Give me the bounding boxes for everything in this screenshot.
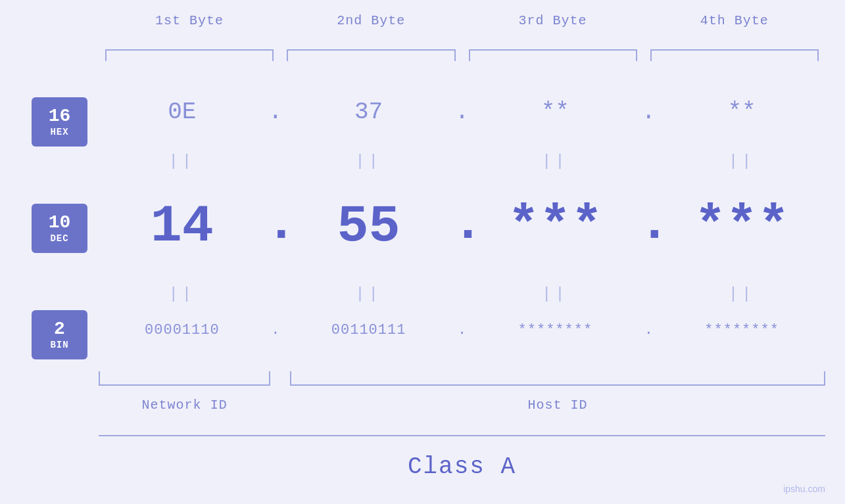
- network-bracket: [99, 371, 270, 386]
- dec-badge-number: 10: [49, 213, 71, 233]
- bin-row: 00001110 . 00110111 . ******** . *******…: [99, 322, 825, 338]
- watermark: ipshu.com: [783, 484, 825, 494]
- bracket-2: [287, 49, 455, 61]
- hex-val-1: 0E: [99, 99, 266, 126]
- col-header-3: 3rd Byte: [462, 13, 644, 28]
- hex-dot-2: .: [452, 99, 472, 126]
- eq-1-3: ||: [472, 152, 639, 170]
- column-headers: 1st Byte 2nd Byte 3rd Byte 4th Byte: [99, 13, 825, 28]
- bracket-4: [650, 49, 819, 61]
- hex-badge-label: HEX: [50, 127, 68, 137]
- dec-val-4: ***: [658, 196, 825, 256]
- eq-2-2: ||: [285, 285, 452, 303]
- hex-badge: 16 HEX: [32, 97, 87, 147]
- dec-val-1: 14: [99, 196, 266, 256]
- id-labels-area: Network ID Host ID: [99, 398, 825, 424]
- dec-dot-3: .: [639, 194, 658, 259]
- dec-badge-label: DEC: [50, 233, 68, 244]
- bin-badge: 2 BIN: [32, 310, 87, 359]
- hex-val-2: 37: [285, 99, 452, 126]
- hex-dot-1: .: [266, 99, 285, 126]
- bin-val-4: ********: [658, 322, 825, 338]
- bottom-bracket-area: [99, 371, 825, 386]
- equals-row-2: || || || ||: [99, 285, 825, 303]
- top-brackets: [99, 49, 825, 61]
- main-container: 16 HEX 10 DEC 2 BIN 1st Byte 2nd Byte 3r…: [0, 0, 845, 504]
- eq-1-1: ||: [99, 152, 266, 170]
- hex-val-3: **: [472, 99, 639, 126]
- class-label: Class A: [99, 453, 825, 480]
- dec-dot-1: .: [266, 194, 285, 259]
- bracket-3: [469, 49, 637, 61]
- eq-2-4: ||: [658, 285, 825, 303]
- eq-1-2: ||: [285, 152, 452, 170]
- dec-dot-2: .: [452, 194, 472, 259]
- network-id-label: Network ID: [99, 398, 270, 413]
- bin-val-2: 00110111: [285, 322, 452, 338]
- dec-val-3: ***: [472, 196, 639, 256]
- eq-1-4: ||: [658, 152, 825, 170]
- bin-dot-1: .: [266, 322, 285, 338]
- bin-val-1: 00001110: [99, 322, 266, 338]
- col-header-2: 2nd Byte: [280, 13, 462, 28]
- col-header-1: 1st Byte: [99, 13, 280, 28]
- hex-dot-3: .: [639, 99, 658, 126]
- equals-row-1: || || || ||: [99, 152, 825, 170]
- eq-2-3: ||: [472, 285, 639, 303]
- hex-row: 0E . 37 . ** . **: [99, 99, 825, 126]
- bin-dot-3: .: [639, 322, 658, 338]
- dec-badge: 10 DEC: [32, 204, 87, 253]
- bin-badge-number: 2: [54, 319, 65, 340]
- hex-val-4: **: [658, 99, 825, 126]
- dec-row: 14 . 55 . *** . ***: [99, 194, 825, 259]
- host-bracket: [290, 371, 825, 386]
- full-bottom-line: [99, 435, 825, 436]
- host-id-label: Host ID: [290, 398, 825, 413]
- dec-val-2: 55: [285, 196, 452, 256]
- hex-badge-number: 16: [49, 106, 71, 127]
- bin-val-3: ********: [472, 322, 639, 338]
- col-header-4: 4th Byte: [644, 13, 825, 28]
- bracket-1: [105, 49, 274, 61]
- eq-2-1: ||: [99, 285, 266, 303]
- bin-dot-2: .: [452, 322, 472, 338]
- bin-badge-label: BIN: [50, 340, 68, 350]
